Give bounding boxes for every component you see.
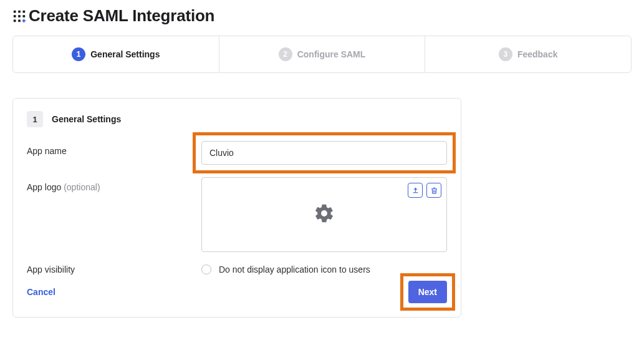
step-label: Feedback [517,49,558,59]
app-switcher-icon[interactable] [12,9,26,23]
visibility-checkbox-label: Do not display application icon to users [219,265,370,274]
upload-logo-button[interactable] [408,183,423,198]
panel-step-number: 1 [27,111,43,127]
wizard-step-general-settings[interactable]: 1 General Settings [13,36,219,72]
next-button[interactable]: Next [408,281,447,303]
step-label: Configure SAML [297,49,366,59]
general-settings-panel: 1 General Settings App name App logo (op… [12,98,461,318]
app-logo-dropzone[interactable] [201,177,447,252]
cancel-button[interactable]: Cancel [27,287,55,297]
page-title: Create SAML Integration [29,6,214,26]
svg-rect-7 [18,19,21,22]
wizard-steps: 1 General Settings 2 Configure SAML 3 Fe… [12,36,632,73]
step-label: General Settings [90,49,160,59]
app-name-input[interactable] [201,141,447,165]
app-logo-label: App logo (optional) [27,177,201,192]
gear-icon [314,203,335,226]
svg-rect-4 [18,15,21,17]
app-name-label: App name [27,141,201,156]
wizard-step-configure-saml[interactable]: 2 Configure SAML [219,36,426,72]
app-visibility-label: App visibility [27,265,201,274]
wizard-step-feedback[interactable]: 3 Feedback [425,36,631,72]
svg-rect-9 [22,20,26,21]
visibility-checkbox[interactable] [201,265,211,274]
svg-rect-6 [14,19,16,22]
svg-rect-0 [14,10,16,12]
step-number-badge: 1 [72,47,85,61]
svg-rect-3 [14,15,16,17]
panel-title: General Settings [52,114,121,124]
svg-rect-2 [23,10,26,12]
svg-rect-5 [23,15,26,17]
svg-rect-1 [18,10,21,12]
step-number-badge: 2 [279,47,292,61]
step-number-badge: 3 [499,47,512,61]
delete-logo-button[interactable] [426,183,441,198]
